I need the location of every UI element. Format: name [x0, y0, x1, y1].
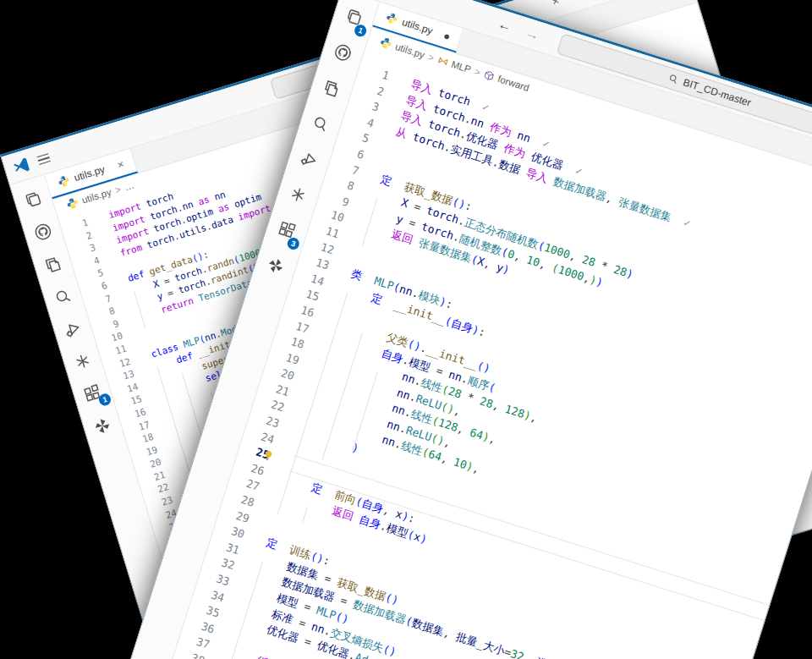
menu-hamburger-icon[interactable]: [36, 153, 51, 165]
tab-label: utils.py: [401, 16, 435, 37]
tab-label: utils.py: [73, 163, 107, 184]
chevron-right-icon: >: [427, 52, 436, 63]
chevron-right-icon: >: [113, 184, 122, 195]
close-icon[interactable]: ×: [550, 0, 561, 8]
nav-back-icon[interactable]: ←: [497, 16, 514, 35]
vscode-logo-icon: [9, 155, 32, 178]
python-icon: [65, 196, 80, 211]
breadcrumb-file[interactable]: utils.py: [394, 41, 426, 60]
chevron-right-icon: >: [473, 66, 481, 77]
tab-modified-dot[interactable]: ●: [442, 29, 452, 43]
symbol-method-cube-icon: [483, 69, 496, 82]
nav-forward-icon[interactable]: →: [524, 25, 541, 44]
python-icon: [384, 11, 399, 26]
desktop: BIT_CD-master × 1 utils.py ×: [0, 0, 812, 659]
python-icon: [57, 174, 71, 189]
symbol-class-icon: [436, 55, 449, 68]
tab-close-icon[interactable]: ×: [116, 157, 126, 172]
breadcrumb-more[interactable]: …: [123, 180, 135, 193]
breadcrumb-class[interactable]: MLP: [450, 59, 472, 75]
breadcrumb-method[interactable]: forward: [497, 74, 530, 93]
python-icon: [378, 36, 393, 51]
search-icon: [667, 73, 680, 85]
